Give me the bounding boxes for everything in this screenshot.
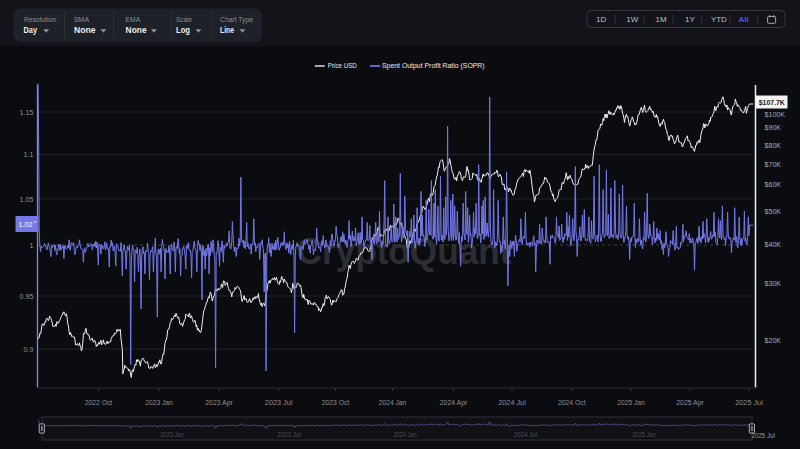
svg-text:2024 Jan: 2024 Jan (394, 431, 417, 438)
svg-text:EMA: EMA (126, 16, 141, 23)
svg-text:1: 1 (30, 241, 34, 250)
svg-text:$30K: $30K (765, 280, 782, 287)
svg-text:2023 Jan: 2023 Jan (161, 431, 184, 438)
svg-text:Price USD: Price USD (328, 62, 357, 69)
svg-text:Line: Line (220, 24, 234, 35)
svg-text:$20K: $20K (765, 337, 782, 344)
svg-text:1D: 1D (596, 15, 606, 24)
svg-text:2023 Apr: 2023 Apr (205, 398, 233, 407)
svg-text:Chart Type: Chart Type (220, 16, 253, 24)
svg-text:Day: Day (24, 24, 38, 35)
svg-text:$60K: $60K (765, 181, 782, 188)
svg-text:None: None (74, 24, 96, 35)
svg-text:2025 Jul: 2025 Jul (735, 398, 763, 407)
svg-text:1.05: 1.05 (20, 195, 34, 204)
svg-text:$100K: $100K (765, 111, 786, 118)
svg-text:All: All (738, 15, 748, 24)
svg-text:2022 Oct: 2022 Oct (85, 398, 113, 407)
svg-text:0.9: 0.9 (24, 345, 34, 354)
svg-text:2024 Oct: 2024 Oct (558, 398, 586, 407)
svg-text:SMA: SMA (74, 16, 89, 23)
svg-text:$40K: $40K (765, 241, 782, 248)
svg-text:$50K: $50K (765, 208, 782, 215)
svg-text:$70K: $70K (765, 161, 782, 168)
svg-text:$80K: $80K (765, 142, 782, 149)
svg-text:2024 Jul: 2024 Jul (514, 431, 537, 438)
svg-text:2023 Oct: 2023 Oct (322, 398, 350, 407)
svg-text:1W: 1W (626, 15, 638, 24)
svg-text:2024 Jul: 2024 Jul (498, 398, 526, 407)
svg-text:2025 Apr: 2025 Apr (676, 398, 704, 407)
svg-text:2023 Jul: 2023 Jul (265, 398, 293, 407)
svg-text:1M: 1M (656, 15, 667, 24)
svg-text:2025 Jan: 2025 Jan (633, 431, 656, 438)
svg-text:None: None (126, 24, 147, 35)
svg-text:2025 Jul: 2025 Jul (752, 432, 776, 439)
svg-text:1.02: 1.02 (19, 220, 33, 229)
svg-text:2025 Jan: 2025 Jan (617, 398, 645, 407)
svg-text:2024 Apr: 2024 Apr (440, 398, 468, 407)
svg-text:2023 Jan: 2023 Jan (145, 398, 173, 407)
svg-text:1.1: 1.1 (24, 150, 34, 159)
svg-text:Log: Log (176, 24, 190, 35)
svg-text:Scale: Scale (176, 16, 192, 23)
svg-text:Spent Output Profit Ratio (SOP: Spent Output Profit Ratio (SOPR) (382, 62, 485, 70)
svg-text:Resolution: Resolution (24, 16, 56, 23)
svg-text:0.95: 0.95 (20, 292, 34, 301)
svg-text:YTD: YTD (711, 15, 727, 24)
svg-text:$107.7K: $107.7K (759, 99, 785, 107)
svg-text:2024 Jan: 2024 Jan (379, 398, 407, 407)
svg-text:1.15: 1.15 (20, 108, 34, 117)
svg-text:1Y: 1Y (685, 15, 695, 24)
svg-text:2023 Jul: 2023 Jul (278, 431, 301, 438)
svg-text:$90K: $90K (765, 124, 782, 131)
